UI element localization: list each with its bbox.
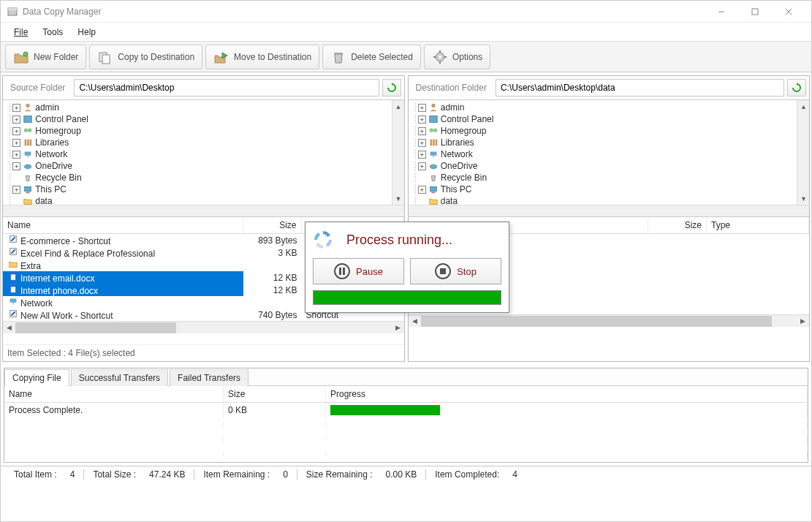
move-to-destination-button[interactable]: Move to Destination [205,45,319,69]
tab-copying-file[interactable]: Copying File [4,369,69,386]
column-size[interactable]: Size [224,386,326,402]
transfer-table[interactable]: Name Size Progress Process Complete. 0 K… [4,386,808,462]
tree-item-label: Libraries [35,137,69,148]
expander-icon[interactable]: + [12,139,20,147]
expander-icon[interactable]: + [12,151,20,159]
scrollbar-vertical[interactable]: ▲▼ [797,100,809,205]
source-path-input[interactable] [74,79,379,97]
tree-item[interactable]: ┊+admin [410,102,808,113]
column-name[interactable]: Name [3,217,243,233]
total-item-label: Total Item : [14,469,57,480]
tree-item[interactable]: ┊Recycle Bin [4,172,403,184]
maximize-button[interactable] [738,1,772,23]
options-button[interactable]: Options [424,45,490,69]
tree-item[interactable]: ┊+Control Panel [410,113,808,125]
scrollbar-horizontal[interactable]: ◀ ▶ [409,314,810,327]
destination-refresh-button[interactable] [787,79,806,97]
new-folder-button[interactable]: New Folder [5,45,86,69]
options-label: Options [452,52,482,62]
pause-label: Pause [356,266,383,277]
tree-item[interactable]: ┊+Network [410,148,808,160]
copy-to-destination-button[interactable]: Copy to Destination [89,45,202,69]
tree-item-label: Recycle Bin [441,173,487,183]
svg-rect-21 [27,140,29,146]
menu-help[interactable]: Help [70,24,103,40]
svg-point-37 [431,104,435,107]
copy-label: Copy to Destination [118,52,194,62]
title-bar: Data Copy Manager [1,1,811,23]
source-tree[interactable]: ┊+admin┊+Control Panel┊+Homegroup┊+Libra… [3,100,404,217]
move-label: Move to Destination [234,52,311,62]
transfer-row[interactable]: Process Complete. 0 KB [4,403,808,417]
expander-icon[interactable]: + [12,116,20,124]
tree-item[interactable]: ┊+Homegroup [410,125,808,137]
source-refresh-button[interactable] [382,79,401,97]
size-remaining-value: 0.00 KB [386,469,417,480]
pause-button[interactable]: Pause [313,258,404,284]
expander-icon[interactable]: + [418,116,426,124]
tree-item[interactable]: ┊+OneDrive [410,160,808,172]
column-size[interactable]: Size [243,217,302,233]
scrollbar-vertical[interactable]: ▲▼ [392,100,404,205]
column-name[interactable]: Name [4,386,224,402]
svg-rect-33 [11,285,16,287]
expander-icon[interactable]: + [418,104,426,112]
status-bar: Total Item :4 Total Size :47.24 KB Item … [1,466,811,483]
column-progress[interactable]: Progress [326,386,808,402]
expander-icon[interactable]: + [418,139,426,147]
tree-item-label: Control Panel [35,114,88,124]
expander-icon[interactable]: + [12,127,20,135]
tab-successful-transfers[interactable]: Successful Transfers [71,369,168,386]
svg-point-49 [335,264,349,279]
tree-item[interactable]: ┊+OneDrive [4,160,403,172]
expander-icon[interactable]: + [418,186,426,194]
svg-rect-20 [25,140,27,146]
svg-rect-47 [430,187,436,192]
transfer-row [4,447,808,461]
expander-icon[interactable]: + [12,186,20,194]
tree-item[interactable]: ┊+Network [4,148,403,160]
svg-rect-41 [430,140,432,146]
tree-item[interactable]: ┊Recycle Bin [410,172,808,184]
scrollbar-horizontal[interactable]: ◀ ▶ [3,321,404,333]
svg-rect-27 [26,192,30,194]
svg-point-46 [429,164,437,169]
tree-item[interactable]: ┊+Libraries [4,137,403,148]
scrollbar-horizontal[interactable] [3,205,404,216]
column-type[interactable]: Type [707,217,809,233]
new-folder-icon [13,50,29,64]
dialog-title: Process running... [346,232,501,248]
tree-item[interactable]: ┊+Libraries [410,137,808,148]
delete-selected-button[interactable]: Delete Selected [322,45,421,69]
tree-item-label: This PC [441,184,472,194]
expander-icon[interactable]: + [418,162,426,170]
close-button[interactable] [772,1,805,23]
menu-file[interactable]: File [7,24,35,40]
new-folder-label: New Folder [34,52,78,62]
destination-path-input[interactable] [496,79,784,97]
minimize-button[interactable] [705,1,738,23]
expander-icon[interactable]: + [12,104,20,112]
expander-icon[interactable]: + [418,151,426,159]
svg-point-18 [24,129,28,132]
svg-point-16 [26,104,30,107]
expander-icon[interactable]: + [12,162,20,170]
tree-item[interactable]: ┊+Homegroup [4,125,403,137]
tab-failed-transfers[interactable]: Failed Transfers [170,369,248,386]
source-folder-label: Source Folder [6,83,69,93]
app-icon [7,6,18,18]
scrollbar-horizontal[interactable] [409,205,810,216]
tree-item[interactable]: ┊+This PC [410,184,808,195]
tree-item-label: Homegroup [441,126,487,136]
size-remaining-label: Size Remaining : [306,469,373,480]
tree-item[interactable]: ┊+This PC [4,184,403,195]
destination-tree[interactable]: ┊+admin┊+Control Panel┊+Homegroup┊+Libra… [409,100,810,217]
expander-icon[interactable]: + [418,127,426,135]
menu-tools[interactable]: Tools [35,24,70,40]
stop-button[interactable]: Stop [410,258,501,284]
column-size[interactable]: Size [648,217,707,233]
svg-point-40 [433,129,437,132]
tree-item[interactable]: ┊+admin [4,102,403,113]
tree-item-label: Control Panel [441,114,494,124]
tree-item[interactable]: ┊+Control Panel [4,113,403,125]
